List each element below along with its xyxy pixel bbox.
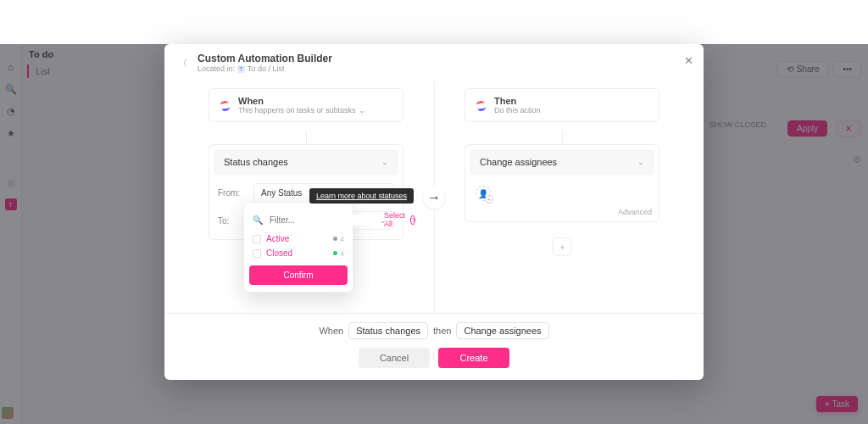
when-title: When — [238, 96, 365, 106]
when-header-card: When This happens on tasks or subtasks⌄ — [209, 88, 403, 122]
then-header-card: Then Do this action — [465, 88, 659, 122]
add-action-button[interactable]: ＋ — [553, 237, 571, 256]
select-all-button[interactable]: Select All — [384, 211, 405, 228]
confirm-button[interactable]: Confirm — [249, 265, 348, 285]
logo-icon — [220, 99, 231, 111]
checkbox[interactable] — [253, 249, 261, 258]
status-dot-icon — [333, 237, 337, 241]
create-button[interactable]: Create — [438, 348, 509, 368]
to-label: To: — [218, 216, 245, 226]
summary-action: Change assignees — [456, 322, 548, 339]
dropdown-filter-input[interactable] — [268, 215, 379, 226]
automation-modal: 〈 Custom Automation Builder Located in: … — [164, 44, 704, 380]
chevron-down-icon: ⌄ — [637, 158, 644, 166]
logo-icon — [476, 99, 487, 111]
search-icon: 🔍 — [253, 215, 263, 225]
then-config-card: Change assignees ⌄ 👤 Advanced — [465, 144, 659, 222]
add-assignee-icon[interactable]: 👤 — [476, 186, 491, 201]
chevron-down-icon: ⌄ — [381, 158, 388, 166]
assignee-picker[interactable]: 👤 — [465, 179, 659, 208]
from-label: From: — [218, 188, 245, 198]
modal-header: 〈 Custom Automation Builder Located in: … — [164, 44, 704, 81]
status-tooltip[interactable]: Learn more about statuses — [309, 188, 414, 204]
modal-title: Custom Automation Builder — [198, 53, 332, 64]
checkbox[interactable] — [253, 235, 261, 243]
modal-overlay: 〈 Custom Automation Builder Located in: … — [0, 44, 868, 424]
then-subtitle: Do this action — [494, 106, 541, 114]
location-badge: T — [237, 65, 245, 73]
connector — [562, 131, 563, 144]
then-column: Then Do this action Change assignees ⌄ 👤… — [434, 88, 690, 313]
when-subtitle: This happens on tasks or subtasks⌄ — [238, 106, 365, 114]
trigger-select[interactable]: Status changes ⌄ — [214, 149, 398, 175]
dropdown-search-row: 🔍 Select All ? — [249, 208, 348, 232]
dropdown-option-closed[interactable]: Closed 4 — [249, 246, 348, 260]
then-title: Then — [494, 96, 541, 106]
help-icon[interactable]: ? — [410, 215, 415, 225]
chevron-down-icon[interactable]: ⌄ — [359, 106, 365, 114]
modal-location: Located in: T To do / List — [198, 64, 332, 73]
status-dropdown: 🔍 Select All ? Active 4 Closed 4 Confirm — [243, 202, 353, 293]
when-column: When This happens on tasks or subtasks⌄ … — [178, 88, 434, 313]
dropdown-option-active[interactable]: Active 4 — [249, 232, 348, 246]
action-select[interactable]: Change assignees ⌄ — [470, 149, 654, 175]
modal-body: → When This happens on tasks or subtasks… — [164, 81, 704, 313]
modal-footer: When Status changes then Change assignee… — [164, 313, 704, 380]
summary-trigger: Status changes — [348, 322, 428, 339]
back-button[interactable]: 〈 — [178, 57, 187, 70]
footer-actions: Cancel Create — [359, 348, 509, 368]
advanced-link[interactable]: Advanced — [465, 208, 659, 221]
connector — [306, 131, 307, 144]
cancel-button[interactable]: Cancel — [359, 348, 430, 368]
status-dot-icon — [333, 251, 337, 255]
automation-summary: When Status changes then Change assignee… — [319, 322, 548, 339]
close-icon[interactable]: ✕ — [684, 54, 693, 67]
